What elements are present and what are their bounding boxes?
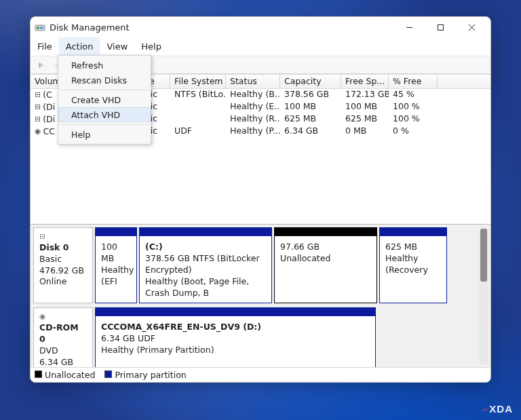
disk-scroll: ⊟ Disk 0 Basic 476.92 GB Online 100 MB H… [31, 225, 490, 367]
disk-size: 476.92 GB [39, 265, 87, 277]
disk-row: ⊟ Disk 0 Basic 476.92 GB Online 100 MB H… [33, 227, 488, 303]
col-status-label: Status [230, 76, 257, 86]
partition-size: 97.66 GB [280, 242, 371, 253]
disk-map-pane: ⊟ Disk 0 Basic 476.92 GB Online 100 MB H… [31, 225, 490, 382]
volume-status: Healthy (R... [226, 113, 280, 126]
col-status[interactable]: Status [226, 75, 280, 88]
menu-view[interactable]: View [100, 37, 134, 56]
volume-capacity: 6.34 GB [280, 126, 341, 138]
partition-label: CCCOMA_X64FRE_EN-US_DV9 (D:) [101, 322, 370, 333]
window-title: Disk Management [50, 22, 394, 33]
volume-pct: 100 % [389, 101, 438, 113]
volume-status: Healthy (B... [226, 89, 280, 101]
maximize-button[interactable] [425, 18, 455, 37]
disk-icon: ⊟ [35, 102, 41, 111]
col-free-label: Free Sp... [345, 76, 385, 86]
svg-rect-2 [39, 26, 43, 29]
disk-name: CD-ROM 0 [39, 322, 87, 345]
svg-rect-4 [438, 24, 443, 30]
partition-strip: 100 MB Healthy (EFI (C:) 378.56 GB NTFS … [95, 227, 488, 303]
titlebar: Disk Management [31, 17, 490, 37]
menu-file[interactable]: File [31, 37, 59, 56]
col-pctfree[interactable]: % Free [389, 75, 438, 88]
menu-refresh[interactable]: Refresh [58, 58, 151, 73]
volume-capacity: 100 MB [280, 101, 341, 113]
menu-help[interactable]: Help [134, 37, 168, 56]
menu-help[interactable]: Help [58, 127, 151, 142]
disk-icon: ⊟ [35, 90, 41, 99]
volume-status: Healthy (P... [226, 126, 280, 138]
disk-name: Disk 0 [39, 242, 87, 254]
volume-name: (Di [43, 114, 55, 124]
col-filesystem[interactable]: File System [170, 75, 226, 88]
watermark-text: XDA [489, 403, 513, 415]
scrollbar-thumb[interactable] [480, 229, 487, 282]
volume-free: 172.13 GB [341, 89, 389, 101]
menu-create-vhd[interactable]: Create VHD [58, 92, 151, 107]
volume-free: 0 MB [341, 126, 389, 138]
back-button[interactable] [33, 58, 48, 72]
partition-size: 6.34 GB UDF [101, 333, 370, 345]
partition[interactable]: 97.66 GB Unallocated [274, 227, 377, 303]
legend-unallocated: Unallocated [35, 370, 95, 380]
volume-free: 100 MB [341, 101, 389, 113]
disk-header[interactable]: ◉ CD-ROM 0 DVD 6.34 GB Online [33, 307, 93, 367]
cd-icon: ◉ [39, 312, 87, 322]
minimize-button[interactable] [394, 18, 424, 37]
col-capacity[interactable]: Capacity [280, 75, 341, 88]
partition-status: Healthy (Boot, Page File, Crash Dump, B [145, 276, 266, 299]
col-freespace[interactable]: Free Sp... [341, 75, 389, 88]
menu-separator [60, 90, 149, 90]
volume-fs: NTFS (BitLo... [170, 89, 226, 101]
partition-status: Healthy (EFI [101, 265, 131, 288]
legend-primary-label: Primary partition [115, 370, 186, 380]
partition-label: (C:) [145, 242, 266, 253]
volume-capacity: 625 MB [280, 113, 341, 126]
partition-size: 625 MB [385, 242, 441, 253]
menubar: File Action View Help [31, 37, 490, 56]
disk-icon: ⊟ [39, 232, 87, 242]
partition-status: Unallocated [280, 253, 371, 265]
disk-icon: ⊟ [35, 115, 41, 123]
close-button[interactable] [457, 18, 486, 37]
col-pct-label: % Free [393, 76, 421, 86]
disk-row: ◉ CD-ROM 0 DVD 6.34 GB Online CCCOMA_X64… [33, 307, 488, 367]
col-fs-label: File System [174, 76, 223, 86]
volume-pct: 45 % [389, 89, 438, 101]
volume-fs [170, 113, 226, 126]
cd-icon: ◉ [35, 127, 41, 136]
disk-header[interactable]: ⊟ Disk 0 Basic 476.92 GB Online [33, 227, 93, 303]
legend-unallocated-label: Unallocated [45, 370, 95, 380]
menu-action[interactable]: Action [59, 37, 100, 56]
partition[interactable]: CCCOMA_X64FRE_EN-US_DV9 (D:) 6.34 GB UDF… [95, 307, 376, 367]
app-icon [35, 22, 45, 33]
svg-rect-1 [37, 26, 39, 29]
volume-name: (Di [43, 102, 55, 112]
partition[interactable]: (C:) 378.56 GB NTFS (BitLocker Encrypted… [139, 227, 272, 303]
disk-state: Online [39, 276, 87, 288]
partition-size: 100 MB [101, 242, 131, 265]
volume-free: 625 MB [341, 113, 389, 126]
volume-name: CC [43, 126, 55, 136]
legend-primary: Primary partition [104, 370, 186, 380]
col-cap-label: Capacity [284, 76, 322, 86]
menu-attach-vhd[interactable]: Attach VHD [58, 107, 151, 122]
vertical-scrollbar[interactable] [479, 227, 488, 364]
action-menu: Refresh Rescan Disks Create VHD Attach V… [58, 55, 151, 145]
volume-capacity: 378.56 GB [280, 89, 341, 101]
volume-pct: 0 % [389, 126, 438, 138]
disk-type: Basic [39, 254, 87, 265]
volume-fs [170, 101, 226, 113]
partition-status: Healthy (Recovery [385, 253, 441, 276]
partition[interactable]: 100 MB Healthy (EFI [95, 227, 137, 303]
volume-fs: UDF [170, 126, 226, 138]
menu-separator [60, 124, 149, 125]
volume-name: (C [43, 90, 52, 100]
partition-strip: CCCOMA_X64FRE_EN-US_DV9 (D:) 6.34 GB UDF… [95, 307, 488, 367]
volume-pct: 100 % [389, 113, 438, 126]
menu-rescan-disks[interactable]: Rescan Disks [58, 73, 151, 88]
xda-watermark: ⌐XDA [483, 403, 513, 415]
legend: Unallocated Primary partition [31, 367, 490, 382]
partition[interactable]: 625 MB Healthy (Recovery [379, 227, 447, 303]
disk-size: 6.34 GB [39, 357, 87, 367]
